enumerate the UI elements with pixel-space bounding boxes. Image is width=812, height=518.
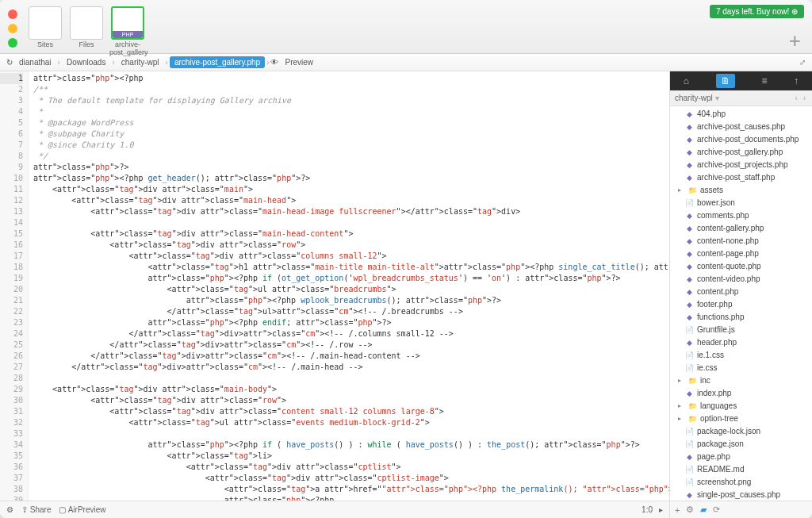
breadcrumb-item[interactable]: charity-wpl <box>117 56 164 68</box>
document-tabs: SitesFilesPHParchive-post_gallery <box>27 6 146 57</box>
document-tab[interactable]: PHParchive-post_gallery <box>109 6 146 57</box>
gear-icon[interactable]: ⚙ <box>6 505 13 514</box>
home-icon[interactable]: ⌂ <box>684 75 689 86</box>
sync-icon[interactable]: ⟳ <box>713 505 720 515</box>
minimize-icon[interactable] <box>8 24 17 33</box>
document-tab[interactable]: Sites <box>27 6 63 57</box>
file-item[interactable]: ◆archive-post_gallery.php <box>670 146 812 159</box>
window-controls <box>8 10 17 48</box>
folder-item[interactable]: ▸📁languages <box>670 400 812 412</box>
main-area: 1234567891011121314151617181920212223242… <box>0 71 812 518</box>
file-item[interactable]: ◆content-page.php <box>670 247 812 260</box>
file-item[interactable]: 📄ie.1.css <box>670 349 812 362</box>
new-tab-button[interactable]: + <box>789 29 801 53</box>
trial-badge[interactable]: 7 days left. Buy now! ⊕ <box>710 5 804 18</box>
folder-item[interactable]: ▸📁assets <box>670 184 812 197</box>
publish-icon[interactable]: ↑ <box>794 75 799 86</box>
file-item[interactable]: ◆archive-post_staff.php <box>670 171 812 184</box>
preview-button[interactable]: Preview <box>280 56 318 68</box>
airpreview-button[interactable]: ▢ AirPreview <box>59 505 105 514</box>
line-gutter: 1234567891011121314151617181920212223242… <box>0 71 29 501</box>
file-item[interactable]: ◆content.php <box>670 286 812 298</box>
breadcrumb-current[interactable]: archive-post_gallery.php <box>170 56 265 68</box>
clips-icon[interactable]: ≡ <box>761 75 767 86</box>
share-button[interactable]: ⇪ Share <box>21 505 51 514</box>
add-icon[interactable]: + <box>675 505 680 515</box>
file-item[interactable]: ◆footer.php <box>670 298 812 311</box>
file-item[interactable]: ◆index.php <box>670 387 812 400</box>
file-item[interactable]: ◆page.php <box>670 451 812 463</box>
file-item[interactable]: 📄bower.json <box>670 197 812 209</box>
folder-item[interactable]: ▸📁option-tree <box>670 412 812 425</box>
reload-icon[interactable]: ↻ <box>6 58 13 67</box>
cursor-position: 1:0 <box>642 505 653 514</box>
file-item[interactable]: ◆content-gallery.php <box>670 222 812 235</box>
file-item[interactable]: 📄ie.css <box>670 362 812 374</box>
document-tab[interactable]: Files <box>68 6 105 57</box>
terminal-icon[interactable]: ▸ <box>659 505 663 514</box>
breadcrumb-item[interactable]: dianathai <box>14 56 56 68</box>
file-item[interactable]: ◆content-quote.php <box>670 260 812 273</box>
file-item[interactable]: ◆single-post_causes.php <box>670 489 812 501</box>
zoom-icon[interactable] <box>8 38 17 48</box>
expand-icon[interactable]: ⤢ <box>799 58 806 67</box>
file-item[interactable]: ◆content-none.php <box>670 235 812 247</box>
file-item[interactable]: ◆404.php <box>670 108 812 121</box>
file-item[interactable]: ◆archive-post_projects.php <box>670 159 812 171</box>
file-item[interactable]: ◆header.php <box>670 336 812 349</box>
gear-icon[interactable]: ⚙ <box>686 505 694 515</box>
breadcrumb-item[interactable]: Downloads <box>62 56 110 68</box>
code-content[interactable]: attr">class="php"><?php/** * The default… <box>29 71 669 501</box>
status-bar: ⚙ ⇪ Share ▢ AirPreview 1:0 ▸ <box>0 501 669 518</box>
file-item[interactable]: ◆content-video.php <box>670 273 812 286</box>
titlebar: SitesFilesPHParchive-post_gallery 7 days… <box>0 0 812 54</box>
file-item[interactable]: 📄README.md <box>670 463 812 476</box>
file-item[interactable]: ◆archive-post_documents.php <box>670 133 812 146</box>
code-editor[interactable]: 1234567891011121314151617181920212223242… <box>0 71 669 501</box>
app-window: SitesFilesPHParchive-post_gallery 7 days… <box>0 0 812 518</box>
file-item[interactable]: 📄package-lock.json <box>670 425 812 438</box>
file-item[interactable]: 📄Gruntfile.js <box>670 324 812 336</box>
editor-pane: 1234567891011121314151617181920212223242… <box>0 71 669 518</box>
close-icon[interactable] <box>8 10 17 19</box>
display-icon[interactable]: ▰ <box>700 505 707 515</box>
file-item[interactable]: ◆functions.php <box>670 311 812 324</box>
sidebar-footer: + ⚙ ▰ ⟳ <box>670 501 812 518</box>
sidebar: ⌂ 🗎 ≡ ↑ charity-wpl ▾ ‹ › ◆404.php◆archi… <box>669 71 812 518</box>
files-icon[interactable]: 🗎 <box>716 74 735 88</box>
preview-icon[interactable]: 👁 <box>270 58 278 67</box>
project-name: charity-wpl <box>675 94 713 102</box>
file-tree[interactable]: ◆404.php◆archive-post_causes.php◆archive… <box>670 106 812 501</box>
file-item[interactable]: 📄package.json <box>670 438 812 451</box>
file-item[interactable]: ◆archive-post_causes.php <box>670 121 812 133</box>
folder-item[interactable]: ▸📁inc <box>670 374 812 387</box>
file-item[interactable]: 📄screenshot.png <box>670 476 812 489</box>
project-header[interactable]: charity-wpl ▾ ‹ › <box>670 90 812 106</box>
sidebar-tabs: ⌂ 🗎 ≡ ↑ <box>670 71 812 90</box>
nav-arrows[interactable]: ‹ › <box>795 94 807 102</box>
file-item[interactable]: ◆comments.php <box>670 209 812 222</box>
